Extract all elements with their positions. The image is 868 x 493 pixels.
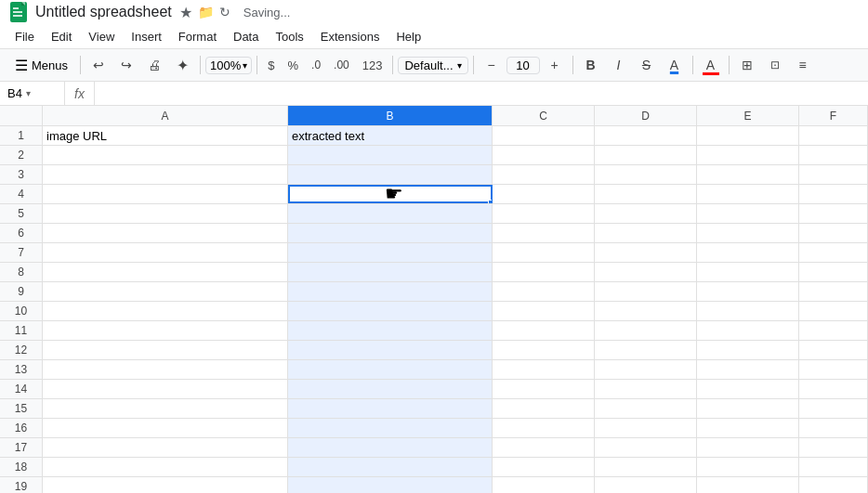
cell-C14[interactable]: [493, 380, 595, 398]
italic-button[interactable]: I: [606, 52, 632, 78]
menu-tools[interactable]: Tools: [268, 28, 310, 45]
cell-D9[interactable]: [595, 282, 697, 301]
cell-A7[interactable]: [43, 243, 288, 262]
col-header-b[interactable]: B: [288, 106, 493, 125]
cell-A17[interactable]: [43, 438, 288, 457]
cell-D16[interactable]: [595, 419, 697, 437]
cell-C12[interactable]: [493, 341, 595, 359]
cell-A5[interactable]: [43, 204, 288, 223]
row-num-18[interactable]: 18: [0, 458, 43, 476]
row-num-15[interactable]: 15: [0, 399, 43, 418]
cell-B19[interactable]: [288, 477, 493, 493]
row-num-10[interactable]: 10: [0, 302, 43, 320]
paint-format-button[interactable]: ✦: [169, 52, 195, 78]
row-num-4[interactable]: 4: [0, 185, 43, 203]
row-num-5[interactable]: 5: [0, 204, 43, 223]
zoom-selector[interactable]: 100% ▾: [205, 57, 252, 74]
cell-C19[interactable]: [493, 477, 595, 493]
cell-E4[interactable]: [697, 185, 799, 203]
cell-A9[interactable]: [43, 282, 288, 301]
cell-A6[interactable]: [43, 224, 288, 242]
cell-B18[interactable]: [288, 458, 493, 476]
row-num-16[interactable]: 16: [0, 419, 43, 437]
cell-F8[interactable]: [799, 263, 868, 281]
align-button[interactable]: ≡: [790, 52, 816, 78]
row-num-17[interactable]: 17: [0, 438, 43, 457]
cell-A18[interactable]: [43, 458, 288, 476]
undo-button[interactable]: ↩: [85, 52, 112, 78]
font-size-display[interactable]: 10: [506, 57, 540, 74]
cell-E12[interactable]: [697, 341, 799, 359]
row-num-1[interactable]: 1: [0, 126, 43, 145]
fill-handle[interactable]: [488, 200, 493, 203]
cell-D7[interactable]: [595, 243, 697, 262]
cell-E3[interactable]: [697, 165, 799, 184]
cell-B7[interactable]: [288, 243, 493, 262]
cell-C1[interactable]: [493, 126, 595, 145]
cell-E14[interactable]: [697, 380, 799, 398]
cell-D3[interactable]: [595, 165, 697, 184]
cell-D18[interactable]: [595, 458, 697, 476]
cell-D14[interactable]: [595, 380, 697, 398]
cell-C18[interactable]: [493, 458, 595, 476]
row-num-8[interactable]: 8: [0, 263, 43, 281]
merge-button[interactable]: ⊡: [762, 52, 788, 78]
redo-button[interactable]: ↪: [113, 52, 139, 78]
cell-F9[interactable]: [799, 282, 868, 301]
cell-D8[interactable]: [595, 263, 697, 281]
cell-C16[interactable]: [493, 419, 595, 437]
cell-A3[interactable]: [43, 165, 288, 184]
cell-E7[interactable]: [697, 243, 799, 262]
cell-E6[interactable]: [697, 224, 799, 242]
cell-B3[interactable]: [288, 165, 493, 184]
dec-increase-button[interactable]: .00: [328, 57, 355, 73]
cell-B6[interactable]: [288, 224, 493, 242]
cell-reference[interactable]: B4 ▾: [0, 82, 65, 105]
cell-F1[interactable]: [799, 126, 868, 145]
menu-help[interactable]: Help: [388, 28, 428, 45]
cell-B9[interactable]: [288, 282, 493, 301]
num-format-button[interactable]: 123: [357, 57, 388, 74]
row-num-12[interactable]: 12: [0, 341, 43, 359]
row-num-2[interactable]: 2: [0, 146, 43, 164]
cell-B17[interactable]: [288, 438, 493, 457]
cell-E18[interactable]: [697, 458, 799, 476]
cell-A19[interactable]: [43, 477, 288, 493]
cell-C17[interactable]: [493, 438, 595, 457]
cell-D12[interactable]: [595, 341, 697, 359]
cell-B10[interactable]: [288, 302, 493, 320]
col-header-c[interactable]: C: [493, 106, 595, 125]
menu-edit[interactable]: Edit: [44, 28, 79, 45]
cell-D5[interactable]: [595, 204, 697, 223]
cell-D4[interactable]: [595, 185, 697, 203]
cell-A12[interactable]: [43, 341, 288, 359]
percent-button[interactable]: %: [283, 57, 305, 74]
cell-C8[interactable]: [493, 263, 595, 281]
cell-E16[interactable]: [697, 419, 799, 437]
cell-A2[interactable]: [43, 146, 288, 164]
cell-B13[interactable]: [288, 360, 493, 379]
cell-D10[interactable]: [595, 302, 697, 320]
cell-C4[interactable]: [493, 185, 595, 203]
row-num-6[interactable]: 6: [0, 224, 43, 242]
cell-F14[interactable]: [799, 380, 868, 398]
cell-F5[interactable]: [799, 204, 868, 223]
cell-A16[interactable]: [43, 419, 288, 437]
cell-F16[interactable]: [799, 419, 868, 437]
cell-D11[interactable]: [595, 321, 697, 340]
cell-B8[interactable]: [288, 263, 493, 281]
cell-A14[interactable]: [43, 380, 288, 398]
cell-A15[interactable]: [43, 399, 288, 418]
cell-A4[interactable]: [43, 185, 288, 203]
cell-D6[interactable]: [595, 224, 697, 242]
cell-C3[interactable]: [493, 165, 595, 184]
cell-B2[interactable]: [288, 146, 493, 164]
menu-data[interactable]: Data: [226, 28, 266, 45]
cell-D15[interactable]: [595, 399, 697, 418]
cell-C6[interactable]: [493, 224, 595, 242]
cell-E2[interactable]: [697, 146, 799, 164]
cell-D19[interactable]: [595, 477, 697, 493]
menu-view[interactable]: View: [81, 28, 122, 45]
col-header-e[interactable]: E: [697, 106, 799, 125]
menu-format[interactable]: Format: [171, 28, 224, 45]
